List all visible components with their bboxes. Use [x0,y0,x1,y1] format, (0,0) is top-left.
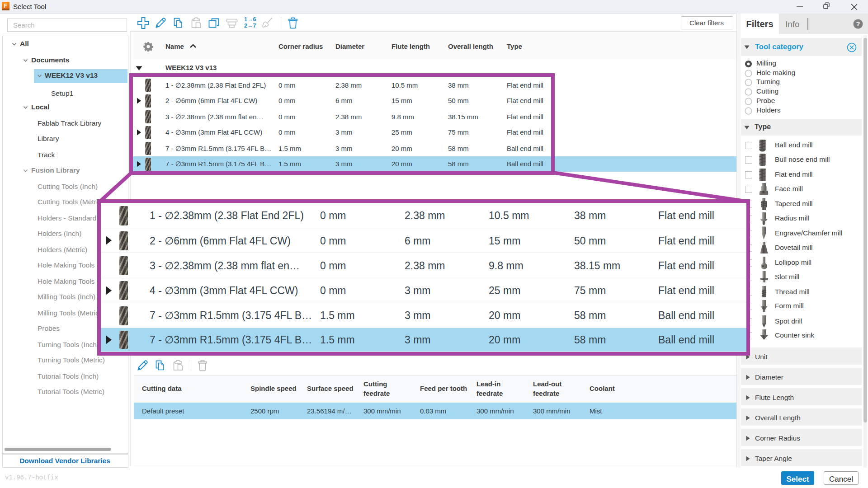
svg-text:?: ? [856,20,860,28]
